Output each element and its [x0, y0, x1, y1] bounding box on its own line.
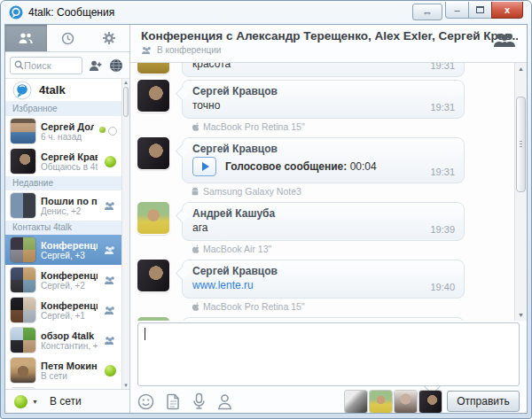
- device-label: MacBook Air 13": [203, 244, 271, 254]
- status-caret-icon[interactable]: ▼: [32, 399, 38, 405]
- scrollbar-thumb[interactable]: [516, 97, 526, 192]
- participants-strip: [345, 391, 442, 413]
- voice-message-label: Голосовое сообщение:: [225, 160, 347, 173]
- network-globe-button[interactable]: [107, 57, 125, 74]
- message-bubble: Сергей Кравцов точно 19:31: [182, 80, 465, 119]
- attach-file-icon[interactable]: [166, 393, 181, 410]
- conference-icon: [103, 275, 117, 285]
- group-members-icon[interactable]: [493, 32, 516, 48]
- message-text: ага: [192, 221, 414, 234]
- settings-gear-icon: [102, 31, 116, 45]
- add-contact-button[interactable]: [86, 57, 104, 74]
- maximize-button[interactable]: [469, 2, 491, 19]
- scroll-up-icon[interactable]: ▲: [515, 66, 527, 72]
- emoji-icon[interactable]: [137, 393, 154, 410]
- participant-avatar[interactable]: [419, 391, 442, 413]
- avatar: [11, 388, 35, 389]
- conference-people-icon: [141, 46, 153, 55]
- tab-settings[interactable]: [88, 25, 129, 51]
- status-bar[interactable]: ▼ В сети: [5, 389, 129, 413]
- message-sender: Андрей Кашуба: [192, 207, 414, 220]
- messages-scrollbar[interactable]: ▲ ▼: [514, 63, 527, 321]
- message-link[interactable]: www.lente.ru: [192, 279, 254, 291]
- message-input-box[interactable]: [137, 322, 520, 386]
- chat-panel: Конференция с Александр Терещенко, Alex …: [130, 25, 527, 413]
- avatar: [11, 328, 35, 353]
- avatar: [11, 119, 35, 144]
- scroll-down-icon[interactable]: ▼: [515, 312, 527, 318]
- scroll-down-icon[interactable]: ▼: [122, 383, 129, 388]
- device-label: MacBook Pro Retina 15": [203, 121, 305, 132]
- section-recent: Недавние: [5, 176, 121, 190]
- contact-row[interactable]: Пошли по пиву! Денис, +2: [5, 190, 121, 221]
- minimize-button[interactable]: –: [445, 2, 469, 19]
- brand-row-4talk[interactable]: 4talk: [5, 79, 121, 102]
- send-button[interactable]: Отправить: [447, 391, 520, 412]
- contact-row-selected[interactable]: Конференция ... Сергей, +3: [5, 235, 121, 265]
- search-box[interactable]: [10, 57, 82, 74]
- titlebar[interactable]: 4talk: Сообщения ⇔ – x: [1, 1, 531, 24]
- contact-row[interactable]: Конференция ... Сергей, +2: [5, 265, 121, 295]
- contact-row[interactable]: Конференция ... Сергей, +1: [5, 295, 121, 325]
- scroll-up-icon[interactable]: ▲: [122, 80, 129, 85]
- avatar: [137, 202, 169, 234]
- avatar: [11, 237, 35, 262]
- contact-row[interactable]: обзор 4talk Константин, +3: [5, 325, 121, 355]
- message-sender: Сергей Кравцов: [192, 143, 414, 155]
- contact-row[interactable]: Сергей Доля 6 ч. назад: [5, 116, 121, 146]
- contact-status: Денис, +2: [41, 206, 98, 216]
- message-time: 19:39: [430, 224, 455, 235]
- contact-status: Сергей, +2: [41, 281, 98, 291]
- contact-status: 6 ч. назад: [41, 132, 94, 142]
- message-input[interactable]: [138, 323, 519, 385]
- online-status-blob-icon: [14, 395, 27, 408]
- avatar: [137, 63, 169, 74]
- contact-status: В сети: [41, 371, 98, 381]
- contact-status: Общаюсь в 4talk: [41, 162, 98, 172]
- tab-contacts[interactable]: [5, 25, 47, 51]
- voice-duration: 00:04: [350, 160, 377, 173]
- voice-message-bubble: Сергей Кравцов Голосовое сообщение: 00:0…: [182, 137, 465, 183]
- contact-person-icon[interactable]: [217, 393, 232, 410]
- play-voice-button[interactable]: [192, 157, 216, 176]
- contact-status: Константин, +3: [41, 341, 98, 351]
- online-away-icon: [99, 127, 117, 136]
- sidebar-scrollbar[interactable]: ▲ ▼: [121, 79, 129, 389]
- section-contacts-4talk: Контакты 4talk: [5, 221, 121, 235]
- message-sender: Сергей Кравцов: [192, 265, 414, 277]
- conversation-subtitle: В конференции: [157, 45, 221, 55]
- sidebar-tabs: [5, 25, 129, 52]
- contact-list: 4talk Избранное Сергей Доля 6 ч. назад: [5, 79, 129, 389]
- avatar: [11, 193, 35, 218]
- section-favorites: Избранное: [5, 102, 121, 116]
- play-icon: [202, 162, 209, 171]
- contact-row[interactable]: Сергей Галезд... В сети: [5, 385, 121, 389]
- search-input[interactable]: [24, 60, 75, 71]
- compact-mode-button[interactable]: ⇔: [412, 4, 442, 20]
- device-label: Samsung Galaxy Note3: [203, 186, 301, 197]
- tab-history[interactable]: [47, 25, 89, 51]
- participant-avatar[interactable]: [370, 391, 392, 413]
- scrollbar-thumb[interactable]: [123, 87, 129, 117]
- close-button[interactable]: x: [491, 2, 523, 19]
- contact-row[interactable]: Сергей Кравцов Общаюсь в 4talk: [5, 146, 121, 176]
- brand-name: 4talk: [39, 83, 66, 97]
- contact-name: Конференция ...: [41, 270, 98, 281]
- conference-icon: [103, 245, 117, 255]
- contact-name: Конференция ...: [41, 240, 98, 251]
- participant-avatar[interactable]: [345, 391, 367, 413]
- app-window: 4talk: Сообщения ⇔ – x: [0, 0, 532, 419]
- message-row: Сергей Кравцов Голосовое сообщение: 00:0…: [137, 137, 507, 199]
- apple-icon: [191, 121, 200, 132]
- participant-avatar[interactable]: [395, 391, 417, 413]
- avatar: [11, 268, 35, 292]
- device-label: MacBook Pro Retina 15": [203, 301, 305, 312]
- contact-status: Сергей, +1: [41, 311, 98, 321]
- message-time: 19:31: [430, 102, 455, 113]
- apple-icon: [191, 301, 200, 312]
- contact-name: Сергей Доля: [41, 121, 94, 132]
- contact-row[interactable]: Петя Мокин В сети: [5, 355, 121, 385]
- composer: Отправить: [130, 321, 527, 413]
- scrollbar-grip: [520, 141, 522, 149]
- voice-record-icon[interactable]: [192, 392, 206, 410]
